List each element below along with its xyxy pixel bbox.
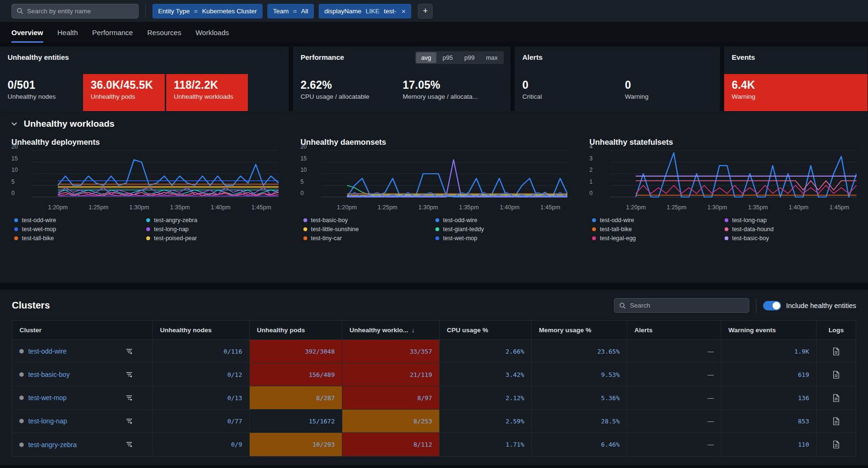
cpu-usage-cell[interactable]: 2.12% [440, 386, 532, 409]
warning-events-cell[interactable]: 853 [721, 410, 817, 432]
memory-usage-cell[interactable]: 5.36% [532, 386, 627, 409]
tab-workloads[interactable]: Workloads [196, 22, 229, 43]
mode-p99[interactable]: p99 [459, 52, 480, 63]
unhealthy-workloads-cell[interactable]: 8/112 [342, 433, 440, 456]
cluster-name-link[interactable]: test-wet-mop [28, 394, 66, 402]
unhealthy-pods-cell[interactable]: 392/3048 [250, 340, 342, 363]
add-to-filter-icon[interactable] [126, 348, 133, 355]
collapse-chevron-icon[interactable] [11, 122, 17, 126]
unhealthy-workloads-cell[interactable]: 21/119 [342, 363, 440, 386]
cluster-name-link[interactable]: test-odd-wire [28, 347, 66, 355]
logs-cell[interactable] [817, 363, 856, 386]
logs-cell[interactable] [817, 410, 856, 432]
filter-pill-entity-type[interactable]: Entity Type=Kubernetes Cluster [152, 4, 263, 19]
legend-item-test-odd-wire[interactable]: test-odd-wire [592, 217, 724, 224]
unhealthy-workloads-cell[interactable]: 33/357 [342, 340, 440, 363]
add-to-filter-icon[interactable] [126, 441, 133, 448]
legend-item-test-long-nap[interactable]: test-long-nap [146, 226, 278, 233]
warning-events-cell[interactable]: 1.9K [721, 340, 817, 363]
logs-cell[interactable] [817, 340, 856, 363]
legend-item-test-interlinked[interactable]: test-interlinked [14, 244, 146, 244]
logs-icon[interactable] [833, 440, 840, 449]
legend-item-test-wet-mop[interactable]: test-wet-mop [435, 235, 567, 242]
column-header-cpu-usage-[interactable]: CPU usage % [440, 321, 532, 339]
legend-item-test-little-sunshine[interactable]: test-little-sunshine [303, 226, 435, 233]
include-healthy-toggle[interactable] [763, 301, 781, 310]
cluster-name-link[interactable]: test-angry-zebra [28, 441, 76, 449]
unhealthy-nodes-cell[interactable]: 0/9 [153, 433, 250, 456]
mode-p95[interactable]: p95 [437, 52, 458, 63]
logs-cell[interactable] [817, 433, 856, 456]
memory-usage-cell[interactable]: 23.65% [532, 340, 627, 363]
logs-cell[interactable] [817, 386, 856, 409]
warning-events-cell[interactable]: 110 [721, 433, 817, 456]
unhealthy-workloads-cell[interactable]: 8/97 [342, 386, 440, 409]
tab-resources[interactable]: Resources [147, 22, 181, 43]
remove-filter-icon[interactable]: × [402, 8, 406, 15]
column-header-memory-usage-[interactable]: Memory usage % [532, 321, 627, 339]
column-header-alerts[interactable]: Alerts [627, 321, 721, 339]
legend-item-test-data-hound[interactable]: test-data-hound [725, 226, 857, 233]
column-header-logs[interactable]: Logs [817, 321, 856, 339]
column-header-unhealthy-nodes[interactable]: Unhealthy nodes [153, 321, 250, 339]
filter-pill-displayname[interactable]: displayNameLIKEtest-× [319, 4, 411, 19]
legend-item-test-tiny-car[interactable]: test-tiny-car [303, 235, 435, 242]
tab-health[interactable]: Health [57, 22, 78, 43]
add-to-filter-icon[interactable] [126, 394, 133, 402]
cpu-usage-cell[interactable]: 2.66% [440, 340, 532, 363]
cpu-usage-cell[interactable]: 2.59% [440, 410, 532, 432]
legend-item-test-mad-ape[interactable]: test-mad-ape [435, 244, 567, 244]
logs-icon[interactable] [833, 371, 840, 379]
legend-item-test-giant-teddy[interactable]: test-giant-teddy [435, 226, 567, 233]
unhealthy-pods-cell[interactable]: 10/293 [250, 433, 342, 456]
unhealthy-nodes-cell[interactable]: 0/13 [153, 386, 250, 409]
clusters-search-input[interactable] [630, 302, 744, 309]
unhealthy-workloads-cell[interactable]: 8/253 [342, 410, 440, 432]
memory-usage-cell[interactable]: 6.46% [532, 433, 627, 456]
mode-avg[interactable]: avg [416, 52, 436, 63]
logs-icon[interactable] [833, 417, 840, 425]
legend-item-test-milky-novel[interactable]: test-milky-novel [303, 244, 435, 244]
add-filter-button[interactable]: + [418, 4, 433, 19]
filter-pill-team[interactable]: Team=All [267, 4, 314, 19]
unhealthy-pods-cell[interactable]: 15/1672 [250, 410, 342, 432]
memory-usage-cell[interactable]: 9.53% [532, 363, 627, 386]
add-to-filter-icon[interactable] [126, 418, 133, 425]
legend-item-test-little-sunshine[interactable]: test-little-sunshine [146, 244, 278, 244]
tab-overview[interactable]: Overview [11, 22, 43, 43]
cpu-usage-cell[interactable]: 3.42% [440, 363, 532, 386]
legend-item-test-tall-bike[interactable]: test-tall-bike [592, 226, 724, 233]
legend-item-test-poised-pear[interactable]: test-poised-pear [146, 235, 278, 242]
legend-item-test-wet-mop[interactable]: test-wet-mop [14, 226, 146, 233]
logs-icon[interactable] [833, 394, 840, 402]
column-header-unhealthy-pods[interactable]: Unhealthy pods [250, 321, 342, 339]
column-header-unhealthy-worklo-[interactable]: Unhealthy worklo...↓ [342, 321, 440, 339]
unhealthy-nodes-cell[interactable]: 0/116 [153, 340, 250, 363]
unhealthy-pods-cell[interactable]: 8/287 [250, 386, 342, 409]
cluster-name-link[interactable]: test-long-nap [28, 417, 67, 425]
legend-item-test-basic-boy[interactable]: test-basic-boy [725, 235, 857, 242]
legend-item-test-tall-bike[interactable]: test-tall-bike [14, 235, 146, 242]
entity-search[interactable] [11, 4, 139, 19]
legend-item-test-long-nap[interactable]: test-long-nap [725, 217, 857, 224]
cpu-usage-cell[interactable]: 1.71% [440, 433, 532, 456]
add-to-filter-icon[interactable] [126, 371, 133, 378]
legend-item-test-odd-wire[interactable]: test-odd-wire [14, 217, 146, 224]
unhealthy-pods-cell[interactable]: 156/489 [250, 363, 342, 386]
warning-events-cell[interactable]: 619 [721, 363, 817, 386]
column-header-cluster[interactable]: Cluster [12, 321, 153, 339]
legend-item-test-basic-boy[interactable]: test-basic-boy [303, 217, 435, 224]
legend-item-test-legal-egg[interactable]: test-legal-egg [592, 235, 724, 242]
clusters-search[interactable] [614, 298, 749, 313]
legend-item-test-odd-wire[interactable]: test-odd-wire [435, 217, 567, 224]
mode-max[interactable]: max [481, 52, 503, 63]
unhealthy-nodes-cell[interactable]: 0/12 [153, 363, 250, 386]
tab-performance[interactable]: Performance [92, 22, 133, 43]
column-header-warning-events[interactable]: Warning events [721, 321, 817, 339]
legend-item-test-angry-zebra[interactable]: test-angry-zebra [146, 217, 278, 224]
memory-usage-cell[interactable]: 28.5% [532, 410, 627, 432]
unhealthy-nodes-cell[interactable]: 0/77 [153, 410, 250, 432]
warning-events-cell[interactable]: 136 [721, 386, 817, 409]
entity-search-input[interactable] [27, 8, 133, 15]
cluster-name-link[interactable]: test-basic-boy [28, 371, 69, 378]
